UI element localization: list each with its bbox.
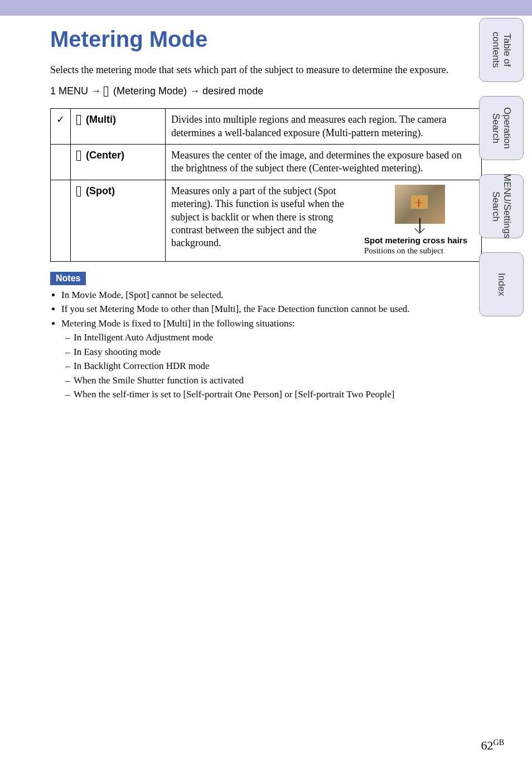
sub-note-item: When the self-timer is set to [Self-port… — [74, 387, 482, 402]
spot-illustration-area: Spot metering cross hairs Positions on t… — [364, 185, 476, 257]
notes-heading: Notes — [50, 272, 86, 285]
multi-label-text: (Multi) — [83, 114, 116, 125]
center-label-text: (Center) — [83, 150, 124, 161]
spot-desc-cell: Measures only a part of the subject (Spo… — [166, 180, 482, 261]
main-content: Metering Mode Selects the metering mode … — [0, 16, 532, 402]
table-row: (Center) Measures the center of the imag… — [51, 144, 482, 180]
sub-note-item: When the Smile Shutter function is activ… — [74, 373, 482, 388]
page-suffix: GB — [494, 738, 504, 747]
tab-menu-settings-search[interactable]: MENU/Settings Search — [479, 174, 524, 238]
spot-label-text: (Spot) — [83, 185, 115, 196]
mode-label-spot: (Spot) — [71, 180, 166, 261]
menu-path: 1 MENU → (Metering Mode) → desired mode — [50, 85, 482, 97]
note-item: In Movie Mode, [Spot] cannot be selected… — [61, 288, 482, 302]
spot-caption: Positions on the subject — [364, 246, 476, 257]
note-item: If you set Metering Mode to other than [… — [61, 302, 482, 316]
multi-desc: Divides into multiple regions and measur… — [166, 109, 482, 145]
center-icon — [76, 151, 81, 161]
empty-check — [51, 144, 71, 180]
notes-list: In Movie Mode, [Spot] cannot be selected… — [50, 288, 482, 402]
empty-check — [51, 180, 71, 261]
checkmark-icon: ✓ — [56, 114, 65, 125]
sub-note-item: In Easy shooting mode — [74, 345, 482, 359]
note-item: Metering Mode is fixed to [Multi] in the… — [61, 316, 482, 402]
table-row: ✓ (Multi) Divides into multiple regions … — [51, 109, 482, 145]
tab-operation-search[interactable]: Operation Search — [479, 96, 524, 160]
tab-index[interactable]: Index — [479, 252, 524, 316]
table-row: (Spot) Measures only a part of the subje… — [51, 180, 482, 261]
spot-icon — [76, 186, 81, 196]
page-num: 62 — [481, 738, 494, 752]
sub-note-item: In Backlight Correction HDR mode — [74, 359, 482, 373]
mode-label-multi: (Multi) — [71, 109, 166, 145]
page-title: Metering Mode — [50, 27, 482, 52]
mode-label-center: (Center) — [71, 144, 166, 180]
tab-table-of-contents[interactable]: Table of contents — [479, 18, 524, 82]
spot-example-image — [395, 185, 445, 224]
menu-step-suffix: (Metering Mode) → desired mode — [113, 85, 263, 97]
note-item-text: Metering Mode is fixed to [Multi] in the… — [61, 318, 295, 329]
menu-step-prefix: 1 MENU → — [50, 85, 101, 97]
center-desc: Measures the center of the image, and de… — [166, 144, 482, 180]
metering-mode-icon — [104, 87, 108, 97]
modes-table: ✓ (Multi) Divides into multiple regions … — [50, 108, 482, 262]
intro-text: Selects the metering mode that sets whic… — [50, 63, 482, 77]
crosshair-icon — [415, 199, 423, 207]
arrow-line — [419, 218, 420, 232]
sub-note-item: In Intelligent Auto Adjustment mode — [74, 330, 482, 345]
side-navigation: Table of contents Operation Search MENU/… — [479, 18, 524, 316]
spot-caption-bold: Spot metering cross hairs — [364, 235, 476, 246]
multi-icon — [76, 115, 81, 125]
notes-sublist: In Intelligent Auto Adjustment mode In E… — [61, 330, 482, 402]
spot-desc: Measures only a part of the subject (Spo… — [171, 185, 356, 257]
header-bar — [0, 0, 532, 16]
page-number: 62GB — [481, 738, 504, 753]
